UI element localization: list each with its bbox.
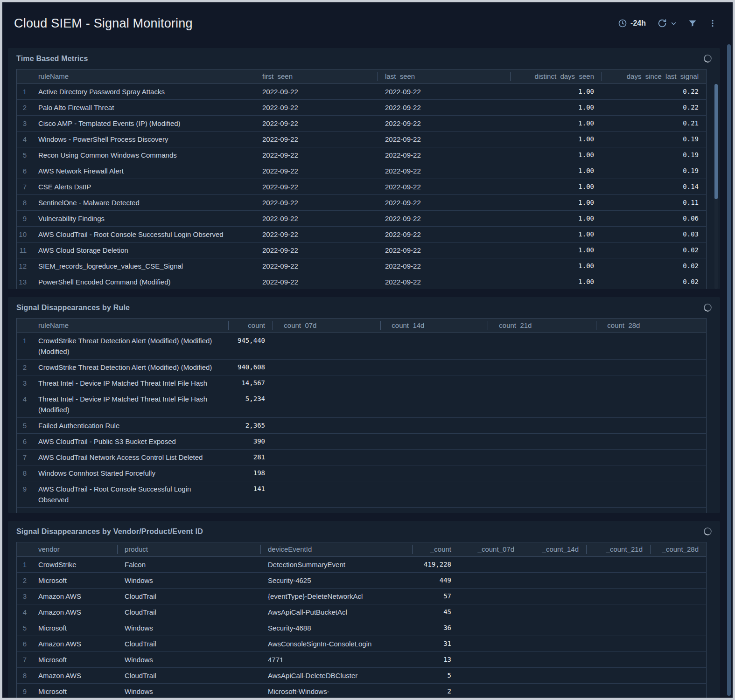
column-header-count-07d[interactable]: _count_07d bbox=[459, 542, 522, 557]
table-cell bbox=[459, 557, 522, 573]
table-row[interactable]: 4Amazon AWSCloudTrailAwsApiCall-PutBucke… bbox=[17, 604, 706, 620]
table-cell: Amazon AWS bbox=[31, 589, 117, 604]
table-row[interactable]: 12SIEM_records_logreduce_values_CSE_Sign… bbox=[17, 258, 706, 274]
table-cell: Falcon bbox=[117, 557, 260, 573]
table-row[interactable]: 10PowerShell Encoded Command (Modified)7… bbox=[17, 508, 706, 513]
table-row[interactable]: 13PowerShell Encoded Command (Modified)2… bbox=[17, 274, 706, 289]
column-header-last-seen[interactable]: last_seen bbox=[378, 69, 510, 84]
table-row[interactable]: 9MicrosoftWindowsMicrosoft-Windows-2 bbox=[17, 684, 706, 698]
table-row[interactable]: 11AWS Cloud Storage Deletion2022-09-2220… bbox=[17, 243, 706, 258]
column-header-count-21d[interactable]: _count_21d bbox=[586, 542, 650, 557]
table-row[interactable]: 2CrowdStrike Threat Detection Alert (Mod… bbox=[17, 360, 706, 375]
column-header-count[interactable]: _count bbox=[228, 319, 273, 333]
table-row[interactable]: 5Recon Using Common Windows Commands2022… bbox=[17, 147, 706, 163]
page-scrollbar[interactable] bbox=[725, 44, 733, 698]
column-header-count-28d[interactable]: _count_28d bbox=[596, 319, 706, 333]
table-cell: 7 bbox=[17, 179, 31, 195]
column-header-count-21d[interactable]: _count_21d bbox=[488, 319, 596, 333]
table-cell bbox=[522, 557, 586, 573]
table-cell: 6 bbox=[17, 163, 31, 179]
table-row[interactable]: 1Active Directory Password Spray Attacks… bbox=[17, 84, 706, 100]
table-row[interactable]: 7CSE Alerts DstIP2022-09-222022-09-221.0… bbox=[17, 179, 706, 195]
table-row[interactable]: 5MicrosoftWindowsSecurity-468836 bbox=[17, 620, 706, 636]
column-header-distinct-days-seen[interactable]: distinct_days_seen bbox=[510, 69, 602, 84]
more-options-button[interactable] bbox=[708, 19, 717, 28]
table-row[interactable]: 4Windows - PowerShell Process Discovery2… bbox=[17, 132, 706, 147]
table-row[interactable]: 9Vulnerability Findings2022-09-222022-09… bbox=[17, 211, 706, 227]
table-cell: 0.06 bbox=[602, 211, 706, 227]
table-row[interactable]: 2MicrosoftWindowsSecurity-4625449 bbox=[17, 573, 706, 589]
table-cell bbox=[650, 589, 706, 604]
column-header-vendor[interactable]: vendor bbox=[31, 542, 117, 557]
time-range-button[interactable]: -24h bbox=[618, 19, 646, 28]
table-row[interactable]: 6AWS CloudTrail - Public S3 Bucket Expos… bbox=[17, 434, 706, 450]
table-cell bbox=[273, 434, 380, 450]
table-row[interactable]: 1CrowdStrike Threat Detection Alert (Mod… bbox=[17, 333, 706, 360]
table-cell: 2022-09-22 bbox=[255, 227, 378, 243]
table-cell: 2022-09-22 bbox=[255, 195, 378, 211]
table-cell: 0.14 bbox=[602, 179, 706, 195]
table-row[interactable]: 1CrowdStrikeFalconDetectionSummaryEvent4… bbox=[17, 557, 706, 573]
table-row[interactable]: 6Amazon AWSCloudTrailAwsConsoleSignIn-Co… bbox=[17, 636, 706, 652]
filter-button[interactable] bbox=[688, 19, 697, 28]
table-row[interactable]: 8Amazon AWSCloudTrailAwsApiCall-DeleteDB… bbox=[17, 668, 706, 684]
table-cell bbox=[586, 684, 650, 698]
dashboard-header: Cloud SIEM - Signal Monitoring -24h bbox=[2, 2, 733, 48]
column-header-count-14d[interactable]: _count_14d bbox=[380, 319, 488, 333]
column-header-days-since-last-signal[interactable]: days_since_last_signal bbox=[602, 69, 706, 84]
column-header-count-14d[interactable]: _count_14d bbox=[522, 542, 586, 557]
table-cell: 9 bbox=[17, 211, 31, 227]
column-header-rulename[interactable]: ruleName bbox=[31, 69, 255, 84]
table-cell: 4771 bbox=[260, 652, 412, 668]
column-header-count[interactable]: _count bbox=[412, 542, 459, 557]
column-header-first-seen[interactable]: first_seen bbox=[255, 69, 378, 84]
table-cell: 3 bbox=[17, 116, 31, 132]
table-cell: AwsConsoleSignIn-ConsoleLogin bbox=[260, 636, 412, 652]
table-cell bbox=[488, 450, 596, 465]
column-header-device-event-id[interactable]: deviceEventId bbox=[260, 542, 412, 557]
refresh-button[interactable] bbox=[657, 18, 677, 28]
table-row[interactable]: 5Failed Authentication Rule2,365 bbox=[17, 418, 706, 434]
table-cell: 13 bbox=[17, 274, 31, 289]
column-header-rulename[interactable]: ruleName bbox=[31, 319, 228, 333]
table-row[interactable]: 3Cisco AMP - Templated Events (IP) (Modi… bbox=[17, 116, 706, 132]
table-cell bbox=[596, 391, 706, 418]
table-row[interactable]: 3Amazon AWSCloudTrail{eventType}-DeleteN… bbox=[17, 589, 706, 604]
table-cell: 0.21 bbox=[602, 116, 706, 132]
column-header-product[interactable]: product bbox=[117, 542, 260, 557]
scrollbar-thumb[interactable] bbox=[714, 84, 718, 199]
table-row[interactable]: 9AWS CloudTrail - Root Console Successfu… bbox=[17, 481, 706, 508]
table-cell: 940,608 bbox=[228, 360, 273, 375]
table-cell bbox=[380, 360, 488, 375]
table-row[interactable]: 3Threat Intel - Device IP Matched Threat… bbox=[17, 375, 706, 391]
table-row[interactable]: 7MicrosoftWindows477113 bbox=[17, 652, 706, 668]
table-row[interactable]: 8SentinelOne - Malware Detected2022-09-2… bbox=[17, 195, 706, 211]
page-scrollbar-thumb[interactable] bbox=[727, 44, 731, 696]
table-cell: 281 bbox=[228, 450, 273, 465]
table-row[interactable]: 8Windows Connhost Started Forcefully198 bbox=[17, 465, 706, 481]
table-cell: 0.02 bbox=[602, 258, 706, 274]
column-header-count-07d[interactable]: _count_07d bbox=[273, 319, 380, 333]
table-row[interactable]: 10AWS CloudTrail - Root Console Successf… bbox=[17, 227, 706, 243]
table-cell: 3 bbox=[17, 375, 31, 391]
table-cell bbox=[488, 418, 596, 434]
table-cell bbox=[586, 652, 650, 668]
table-cell: 1.00 bbox=[510, 211, 602, 227]
table-cell: 0.19 bbox=[602, 163, 706, 179]
column-header-count-28d[interactable]: _count_28d bbox=[650, 542, 706, 557]
table-row[interactable]: 4Threat Intel - Device IP Matched Threat… bbox=[17, 391, 706, 418]
table-cell bbox=[586, 573, 650, 589]
chevron-down-icon bbox=[671, 21, 677, 27]
table-scrollbar[interactable] bbox=[714, 84, 718, 289]
panel-disappearances-by-rule: Signal Disappearances by Rule ruleName _… bbox=[8, 297, 720, 513]
table-row[interactable]: 7AWS CloudTrail Network Access Control L… bbox=[17, 450, 706, 465]
table-cell bbox=[273, 418, 380, 434]
header-row: vendor product deviceEventId _count _cou… bbox=[17, 542, 706, 557]
table-row[interactable]: 6AWS Network Firewall Alert2022-09-22202… bbox=[17, 163, 706, 179]
table-cell bbox=[459, 652, 522, 668]
panel-title: Time Based Metrics bbox=[16, 55, 712, 63]
table-cell: 2,365 bbox=[228, 418, 273, 434]
table-row[interactable]: 2Palo Alto Firewall Threat2022-09-222022… bbox=[17, 100, 706, 116]
page-title: Cloud SIEM - Signal Monitoring bbox=[14, 16, 193, 31]
table-cell bbox=[596, 508, 706, 513]
